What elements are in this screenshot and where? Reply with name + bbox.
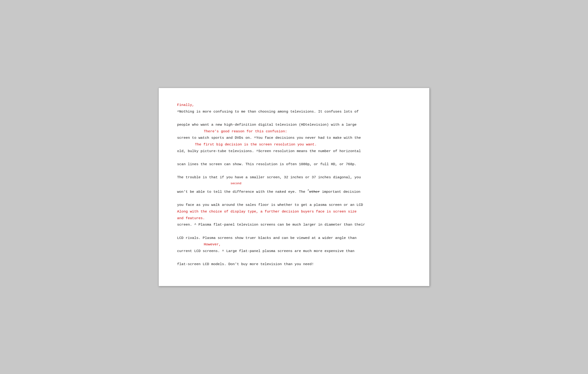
line-2: people who want a new high-definition di… [177, 123, 357, 127]
line-5: scan lines the screen can show. This res… [177, 162, 357, 166]
line-7-pre: won't be able to tell the difference wit… [177, 190, 307, 194]
line-1: ^Nothing is more confusing to me than ch… [177, 110, 359, 114]
line-7-strike: other [309, 190, 320, 194]
paragraph-5: scan lines the screen can show. This res… [177, 161, 411, 168]
paragraph-4: The first big decision is the screen res… [177, 141, 411, 154]
document-page: Finally, ^Nothing is more confusing to m… [158, 88, 430, 286]
paragraph-8: you face as you walk around the sales fl… [177, 202, 411, 228]
line-7-post: important decision [320, 190, 360, 194]
paragraph-7: second won't be able to tell the differe… [177, 181, 411, 195]
document-body: Finally, ^Nothing is more confusing to m… [177, 102, 411, 268]
line-8: you face as you walk around the sales fl… [177, 203, 363, 207]
paragraph-10: However, current LCD screens. ^ Large fl… [177, 241, 411, 254]
line-11: current LCD screens. ^ Large flat-panel … [177, 249, 354, 253]
line-6: The trouble is that if you have a smalle… [177, 175, 361, 179]
line-10: LCD rivals. Plasma screens show truer bl… [177, 236, 357, 240]
line-3: screen to watch sports and DVDs on. ^You… [177, 136, 361, 140]
annotation-and: and features. [177, 216, 205, 220]
paragraph-3: There's good reason for this confusion: … [177, 128, 411, 141]
paragraph-11: flat-screen LCD models. Don't buy more t… [177, 261, 411, 268]
annotation-along: Along with the choice of display type, a… [177, 210, 357, 214]
annotation-first: The first big decision is the screen res… [195, 142, 317, 147]
line-4: old, bulky picture-tube televisions. ^Sc… [177, 149, 361, 153]
line-9: screen. ^ Plasma flat-panel television s… [177, 223, 365, 227]
paragraph-9: LCD rivals. Plasma screens show truer bl… [177, 235, 411, 241]
paragraph-2: people who want a new high-definition di… [177, 121, 411, 128]
annotation-finally: Finally, [177, 103, 194, 107]
paragraph-1: Finally, ^Nothing is more confusing to m… [177, 102, 411, 115]
line-12: flat-screen LCD models. Don't buy more t… [177, 262, 314, 266]
paragraph-6: The trouble is that if you have a smalle… [177, 174, 411, 181]
annotation-however: However, [204, 242, 221, 246]
annotation-theres: There's good reason for this confusion: [204, 129, 287, 133]
annotation-second: second [231, 182, 242, 185]
